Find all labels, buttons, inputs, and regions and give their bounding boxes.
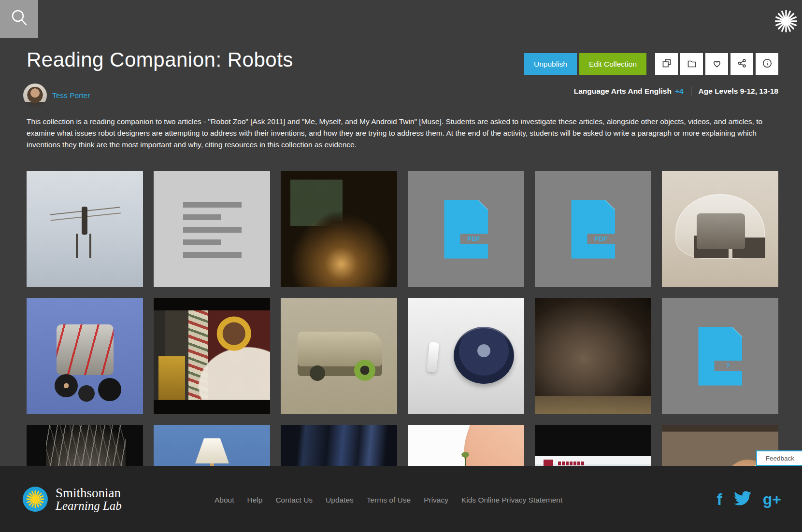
- footer-link-terms-of-use[interactable]: Terms of Use: [367, 496, 411, 504]
- tile-carousel-figure-video-still[interactable]: [154, 298, 270, 414]
- tile-sculpture-video-still[interactable]: [535, 298, 651, 414]
- footer-link-kids-online-privacy[interactable]: Kids Online Privacy Statement: [461, 496, 562, 504]
- footer-link-about[interactable]: About: [215, 496, 234, 504]
- tile-clear-dome-robot-photo[interactable]: [662, 171, 778, 287]
- file-type-label: PDF: [467, 235, 481, 242]
- tile-pdf-document[interactable]: PDF: [408, 171, 524, 287]
- file-type-label: PDF: [594, 235, 608, 242]
- footer-brand[interactable]: Smithsonian Learning Lab: [23, 486, 122, 512]
- subjects-more-link[interactable]: +4: [675, 87, 684, 96]
- info-icon: [762, 58, 773, 70]
- feedback-button[interactable]: Feedback: [756, 450, 802, 466]
- search-icon: [10, 9, 29, 30]
- unknown-file-icon: ?: [698, 327, 742, 386]
- share-button[interactable]: [730, 53, 753, 75]
- tile-robot-fly-photo[interactable]: [27, 171, 143, 287]
- footer-link-privacy[interactable]: Privacy: [424, 496, 448, 504]
- footer-brand-sub: Learning Lab: [56, 500, 122, 512]
- page-title: Reading Companion: Robots: [27, 48, 293, 71]
- file-fold-corner: [478, 200, 488, 210]
- footer-brand-text: Smithsonian Learning Lab: [56, 486, 122, 512]
- copy-icon: [661, 58, 672, 70]
- collection-description: This collection is a reading companion t…: [27, 116, 778, 151]
- add-to-folder-button[interactable]: [680, 53, 703, 75]
- footer-brand-name: Smithsonian: [56, 486, 122, 500]
- meta-divider: [691, 86, 691, 96]
- pdf-file-icon: PDF: [571, 200, 615, 259]
- collection-meta: Language Arts And English +4 Age Levels …: [574, 86, 778, 96]
- tile-spider-robot-video-still[interactable]: [281, 171, 397, 287]
- footer: Smithsonian Learning Lab About Help Cont…: [0, 466, 802, 532]
- file-type-badge: PDF: [587, 234, 615, 244]
- footer-link-help[interactable]: Help: [247, 496, 263, 504]
- footer-social: f g+: [716, 490, 781, 509]
- favorite-button[interactable]: [705, 53, 728, 75]
- share-icon: [737, 58, 747, 70]
- copy-collection-button[interactable]: [655, 53, 678, 75]
- tile-pdf-document[interactable]: PDF: [535, 171, 651, 287]
- tile-text-article-placeholder[interactable]: [154, 171, 270, 287]
- tile-roomba-photo[interactable]: [408, 298, 524, 414]
- author-name-link[interactable]: Tess Porter: [52, 91, 90, 100]
- tile-tracked-robot-photo[interactable]: [281, 298, 397, 414]
- unpublish-button[interactable]: Unpublish: [524, 53, 577, 75]
- twitter-icon[interactable]: [734, 490, 751, 509]
- file-type-badge: PDF: [460, 234, 488, 244]
- edit-collection-button[interactable]: Edit Collection: [579, 53, 646, 75]
- search-button[interactable]: [0, 0, 38, 38]
- footer-links: About Help Contact Us Updates Terms of U…: [215, 496, 562, 504]
- collection-actions: Unpublish Edit Collection: [524, 53, 778, 75]
- tile-unknown-file[interactable]: ?: [662, 298, 778, 414]
- author-avatar[interactable]: [23, 84, 47, 107]
- heart-icon: [712, 58, 722, 70]
- facebook-icon[interactable]: f: [716, 491, 722, 507]
- footer-link-contact-us[interactable]: Contact Us: [275, 496, 313, 504]
- file-fold-corner: [605, 200, 615, 210]
- smithsonian-sunburst-icon[interactable]: [775, 10, 797, 32]
- tile-cube-robot-photo[interactable]: [27, 298, 143, 414]
- subjects-label: Language Arts And English: [574, 87, 672, 96]
- author-row: Tess Porter: [23, 84, 90, 107]
- file-type-label: ?: [726, 362, 730, 369]
- pdf-file-icon: PDF: [444, 200, 488, 259]
- file-type-badge: ?: [714, 361, 742, 371]
- smithsonian-sun-logo: [23, 487, 48, 512]
- footer-link-updates[interactable]: Updates: [326, 496, 354, 504]
- info-button[interactable]: [756, 53, 778, 75]
- age-levels-label: Age Levels 9-12, 13-18: [699, 87, 778, 96]
- file-fold-corner: [732, 327, 742, 337]
- google-plus-icon[interactable]: g+: [763, 491, 781, 507]
- folder-icon: [687, 58, 697, 70]
